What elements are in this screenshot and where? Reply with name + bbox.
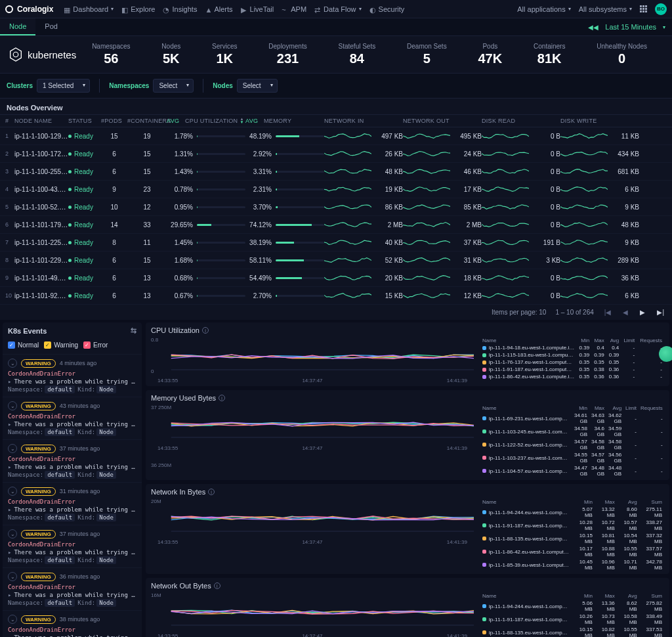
legend-normal[interactable]: ✓Normal xyxy=(8,341,39,349)
chevron-down-icon[interactable]: ⌄ xyxy=(8,359,17,368)
events-config-icon[interactable]: ⇆ xyxy=(131,326,136,335)
warning-badge: WARNING xyxy=(21,615,56,624)
table-row[interactable]: 7 ip-11-1-101-225.e... Ready 8 11 1.45% … xyxy=(0,234,672,252)
node-name: ip-11-1-101-49.eu-... xyxy=(14,275,68,282)
stats-row: kubernetes Namespaces56Nodes5KServices1K… xyxy=(0,36,672,74)
tab-node[interactable]: Node xyxy=(0,18,35,35)
nav-explore[interactable]: ◧Explore xyxy=(121,5,155,13)
col-status[interactable]: STATUS xyxy=(68,118,101,124)
pager-per-value[interactable]: 10 xyxy=(539,309,546,316)
chevron-down-icon[interactable]: ⌄ xyxy=(8,529,17,538)
legend-row[interactable]: ip-11-1-91-187.eu-west-1.compute.interna… xyxy=(480,519,664,532)
legend-row[interactable]: ip-11-1-85-39.eu-west-1.compute.internal… xyxy=(480,558,664,571)
legend-row[interactable]: ip-11-1-94-244.eu-west-1.compute.interna… xyxy=(480,506,664,519)
col-name[interactable]: NODE NAME xyxy=(14,118,68,124)
col-memory[interactable]: AVG MEMORY xyxy=(245,118,324,124)
filter-namespaces-select[interactable]: Select xyxy=(153,79,194,93)
status-badge: Ready xyxy=(68,168,101,175)
table-row[interactable]: 4 ip-11-1-100-43.eu-... Ready 9 23 0.78%… xyxy=(0,181,672,198)
info-icon[interactable]: i xyxy=(219,395,225,401)
event-item[interactable]: ⌄ WARNING 31 minutes ago CordonAndDrainE… xyxy=(3,482,142,525)
event-item[interactable]: ⌄ WARNING 37 minutes ago CordonAndDrainE… xyxy=(3,439,142,482)
legend-row[interactable]: ip-11-1-88-135.eu-west-1.compute.interna… xyxy=(480,532,664,545)
event-item[interactable]: ⌄ WARNING 43 minutes ago CordonAndDrainE… xyxy=(3,397,142,439)
nav-insights[interactable]: ◔Insights xyxy=(163,5,197,13)
legend-row[interactable]: ip-11-1-76-137.eu-west-1.compute.interna… xyxy=(480,359,664,366)
tab-pod[interactable]: Pod xyxy=(35,18,67,35)
col-idx[interactable]: # xyxy=(5,118,14,124)
info-icon[interactable]: i xyxy=(208,489,215,495)
pager-per-label: Items per page: xyxy=(492,309,537,316)
legend-row[interactable]: ip-11-1-104-57.eu-west-1.compute.interna… xyxy=(480,464,665,477)
legend-row[interactable]: ip-11-1-115-183.eu-west-1.compute.intern… xyxy=(480,351,664,359)
pager-last-icon[interactable]: ▶| xyxy=(656,307,665,317)
nav-apm[interactable]: ~APM xyxy=(282,5,306,13)
legend-row[interactable]: ip-11-1-86-42.eu-west-1.compute.internal… xyxy=(480,373,664,380)
legend-error[interactable]: ✓Error xyxy=(83,341,108,349)
table-row[interactable]: 10 ip-11-1-101-92.eu-... Ready 6 13 0.67… xyxy=(0,287,672,305)
nav-icon: ◐ xyxy=(369,6,376,12)
event-item[interactable]: ⌄ WARNING 4 minutes ago CordonAndDrainEr… xyxy=(3,354,142,397)
legend-row[interactable]: ip-11-1-69-231.eu-west-1.compute.interna… xyxy=(480,412,665,425)
legend-row[interactable]: ip-11-1-91-187.eu-west-1.compute.interna… xyxy=(480,366,664,373)
col-disk-read[interactable]: DISK READ xyxy=(482,118,560,124)
legend-row[interactable]: ip-11-1-103-237.eu-west-1.compute.intern… xyxy=(480,451,665,464)
legend-row[interactable]: ip-11-1-122-52.eu-west-1.compute.interna… xyxy=(480,438,665,451)
legend-row[interactable]: ip-11-1-88-135.eu-west-1.compute.interna… xyxy=(480,626,664,637)
stat-deamon-sets: Deamon Sets5 xyxy=(407,43,447,66)
overview-title: Nodes Overview xyxy=(0,99,672,115)
all-subsystems-button[interactable]: All subsystems▾ xyxy=(579,5,632,13)
chevron-down-icon[interactable]: ⌄ xyxy=(8,401,17,410)
info-icon[interactable]: i xyxy=(214,582,220,589)
legend-row[interactable]: ip-11-1-86-42.eu-west-1.compute.internal… xyxy=(480,545,664,558)
brand[interactable]: Coralogix xyxy=(5,5,53,14)
all-applications-button[interactable]: All applications▾ xyxy=(517,5,570,13)
col-net-in[interactable]: NETWORK IN xyxy=(324,118,403,124)
avatar[interactable]: BO xyxy=(655,3,667,15)
chevron-down-icon[interactable]: ⌄ xyxy=(8,444,17,453)
node-name: ip-11-1-101-229.e... xyxy=(14,257,68,264)
filter-nodes-select[interactable]: Select xyxy=(237,79,278,93)
chevron-down-icon[interactable]: ⌄ xyxy=(8,572,17,581)
node-name: ip-11-1-101-225.e... xyxy=(14,239,68,246)
table-row[interactable]: 9 ip-11-1-101-49.eu-... Ready 6 13 0.68%… xyxy=(0,269,672,287)
col-containers[interactable]: #CONTAINERS xyxy=(127,118,167,124)
info-icon[interactable]: i xyxy=(202,327,209,334)
nav-dashboard[interactable]: ▦Dashboard▾ xyxy=(64,5,114,13)
col-pods[interactable]: #PODS xyxy=(101,118,127,124)
nav-icon: ▶ xyxy=(241,6,247,12)
node-name: ip-11-1-100-255.e... xyxy=(14,168,68,175)
table-row[interactable]: 8 ip-11-1-101-229.e... Ready 6 15 1.68% … xyxy=(0,252,672,269)
legend-row[interactable]: ip-11-1-103-245.eu-west-1.compute.intern… xyxy=(480,425,665,438)
nav-data-flow[interactable]: ⇄Data Flow▾ xyxy=(314,5,362,13)
pager-next-icon[interactable]: ▶ xyxy=(639,307,646,317)
events-panel: K8s Events ⇆ ✓Normal ✓Warning ✓Error ⌄ W… xyxy=(3,322,142,637)
event-item[interactable]: ⌄ WARNING 37 minutes ago CordonAndDrainE… xyxy=(3,525,142,567)
legend-row[interactable]: ip-11-1-94-244.eu-west-1.compute.interna… xyxy=(480,600,664,613)
table-row[interactable]: 5 ip-11-1-100-52.eu-... Ready 10 12 0.95… xyxy=(0,198,672,216)
brand-text: Coralogix xyxy=(17,5,53,14)
table-row[interactable]: 1 ip-11-1-100-129.e... Ready 15 19 1.78%… xyxy=(0,127,672,145)
nav-icon: ~ xyxy=(282,6,288,12)
table-row[interactable]: 6 ip-11-1-101-179.e... Ready 14 33 29.65… xyxy=(0,216,672,234)
col-net-out[interactable]: NETWORK OUT xyxy=(403,118,482,124)
apps-grid-icon[interactable] xyxy=(640,5,647,12)
filter-clusters-select[interactable]: 1 Selected xyxy=(37,79,90,93)
event-item[interactable]: ⌄ WARNING 38 minutes ago CordonAndDrainE… xyxy=(3,610,142,637)
nav-livetail[interactable]: ▶LiveTail xyxy=(241,5,274,13)
table-row[interactable]: 2 ip-11-1-100-172.e... Ready 6 15 1.31% … xyxy=(0,145,672,163)
legend-row[interactable]: ip-11-1-91-187.eu-west-1.compute.interna… xyxy=(480,613,664,626)
chevron-down-icon[interactable]: ⌄ xyxy=(8,487,17,496)
col-disk-write[interactable]: DISK WRITE xyxy=(560,118,639,124)
legend-warning[interactable]: ✓Warning xyxy=(44,341,78,349)
event-item[interactable]: ⌄ WARNING 36 minutes ago CordonAndDrainE… xyxy=(3,567,142,610)
rewind-icon[interactable]: ◀◀ xyxy=(588,24,598,31)
chevron-down-icon[interactable]: ⌄ xyxy=(8,615,17,624)
nav-alerts[interactable]: ▲Alerts xyxy=(205,5,232,13)
time-range-button[interactable]: Last 15 Minutes xyxy=(605,23,656,31)
nav-security[interactable]: ◐Security xyxy=(369,5,405,13)
col-cpu[interactable]: AVG CPU UTILIZATION▲▼ xyxy=(167,118,245,124)
table-row[interactable]: 3 ip-11-1-100-255.e... Ready 6 15 1.43% … xyxy=(0,163,672,181)
legend-row[interactable]: ip-11-1-94-18.eu-west-1.compute.internal… xyxy=(480,344,664,351)
stat-services: Services1K xyxy=(212,43,237,66)
